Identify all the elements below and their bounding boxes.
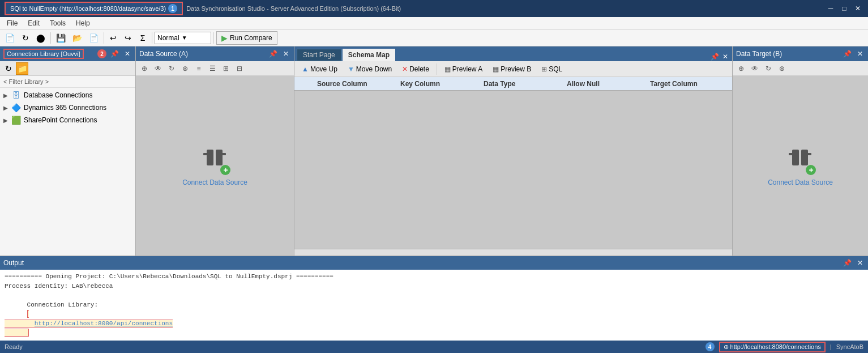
title-bar-left: SQl to NullEmpty (http://localhost:8080/… [5,2,401,15]
dt-refresh-btn[interactable]: ↻ [762,62,775,75]
conn-refresh-btn[interactable]: ↻ [2,62,15,75]
preview-b-button[interactable]: ▦ Preview B [489,63,535,75]
toolbar-saveas-btn[interactable]: 📄 [86,31,101,45]
toolbar-undo-btn[interactable]: ↩ [106,31,120,45]
dt-view-btn[interactable]: 👁 [749,62,761,75]
app-title: Data Synchronisation Studio - Server Adv… [186,5,401,12]
preview-b-icon: ▦ [493,65,499,73]
toolbar-sigma-btn[interactable]: Σ [136,31,149,45]
status-url-text: http://localhost:8080/connections [730,343,821,350]
data-source-body: + Connect Data Source [136,76,294,256]
tree-item-sharepoint[interactable]: ▶ 🟩 SharePoint Connections [0,114,135,126]
conn-close-btn[interactable]: ✕ [123,49,132,58]
menu-tools[interactable]: Tools [45,18,70,28]
tree-expand-crm: ▶ [3,105,10,111]
minimize-button[interactable]: ─ [825,3,836,14]
tree-item-dynamics[interactable]: ▶ 🔷 Dynamics 365 Connections [0,101,135,114]
move-up-button[interactable]: ▲ Move Up [298,63,341,75]
tree-expand-db: ▶ [3,92,10,99]
ds-close-btn[interactable]: ✕ [281,49,290,58]
preview-a-button[interactable]: ▦ Preview A [441,63,486,75]
status-url-icon: ⊕ [724,343,730,350]
conn-badge-2: 2 [97,49,106,58]
svg-rect-4 [792,150,799,165]
svg-rect-0 [207,150,213,165]
tab-start-page[interactable]: Start Page [297,49,341,61]
ds-view-btn[interactable]: 👁 [152,62,164,75]
schema-col-datatype: Data Type [480,80,563,88]
status-separator: | [830,343,832,350]
sql-button[interactable]: ⊞ SQL [537,63,566,75]
tree-item-database[interactable]: ▶ 🗄 Database Connections [0,89,135,101]
ds-pin-btn[interactable]: 📌 [267,49,279,58]
conn-header-controls: 2 📌 ✕ [97,49,132,58]
run-compare-button[interactable]: ▶ Run Compare [216,31,277,45]
output-conn-label: Connection Library: [27,301,102,308]
dt-pin-btn[interactable]: 📌 [841,49,853,58]
play-icon: ▶ [221,33,228,42]
connection-library-header: Connection Library [Ouvvi] 2 📌 ✕ [0,46,135,61]
output-body: ========== Opening Project: C:\Users\Reb… [0,270,868,341]
toolbar-record-btn[interactable]: ⬤ [33,31,48,45]
ds-sort-btn[interactable]: ≡ [193,62,205,75]
ds-header-controls: 📌 ✕ [267,49,290,58]
output-line-1: ========== Opening Project: C:\Users\Reb… [5,272,863,282]
connect-datasource-link[interactable]: Connect Data Source [182,178,247,186]
title-bar: SQl to NullEmpty (http://localhost:8080/… [0,0,868,17]
tree-expand-sp: ▶ [3,117,10,124]
toolbar-new-btn[interactable]: 📄 [2,31,18,45]
ds-add-btn[interactable]: ⊕ [138,62,151,75]
schema-pin-btn[interactable]: 📌 [709,52,721,61]
preview-b-label: Preview B [501,65,531,73]
move-down-button[interactable]: ▼ Move Down [344,63,396,75]
toolbar-save-btn[interactable]: 💾 [53,31,69,45]
status-ready: Ready [5,343,23,350]
schema-close-btn[interactable]: ✕ [721,52,730,61]
data-source-header: Data Source (A) 📌 ✕ [136,46,294,61]
schema-scrollbar-area[interactable] [294,249,732,256]
dt-filter-btn[interactable]: ⊛ [776,62,788,75]
svg-rect-6 [789,153,793,155]
output-conn-link[interactable]: http://localhost:8080/api/connections [35,320,173,327]
ds-table-btn[interactable]: ⊞ [220,62,232,75]
sharepoint-icon: 🟩 [10,116,22,125]
output-pin-btn[interactable]: 📌 [841,258,853,267]
data-source-title: Data Source (A) [139,50,188,58]
toolbar-refresh-btn[interactable]: ↻ [19,31,32,45]
conn-pin-btn[interactable]: 📌 [109,49,121,58]
filter-bar[interactable]: < Filter Library > [0,76,135,88]
conn-toolbar: ↻ 📁 [0,61,135,76]
schema-col-source: Source Column [314,80,397,88]
toolbar: 📄 ↻ ⬤ 💾 📂 📄 ↩ ↪ Σ Normal ▼ ▶ Run Compare [0,29,868,46]
dt-add-btn[interactable]: ⊕ [735,62,747,75]
delete-button[interactable]: ✕ Delete [398,63,433,75]
ds-list-btn[interactable]: ☰ [206,62,219,75]
tree-label-database: Database Connections [24,91,92,99]
menu-file[interactable]: File [2,18,22,28]
connect-target-link[interactable]: Connect Data Source [768,178,833,186]
ds-refresh-btn[interactable]: ↻ [165,62,178,75]
output-close-btn[interactable]: ✕ [856,258,865,267]
data-source-toolbar: ⊕ 👁 ↻ ⊛ ≡ ☰ ⊞ ⊟ [136,61,294,76]
svg-rect-1 [216,150,223,165]
toolbar-open-btn[interactable]: 📂 [70,31,85,45]
conn-folder-btn[interactable]: 📁 [16,62,28,75]
menu-edit[interactable]: Edit [23,18,44,28]
close-button[interactable]: ✕ [852,3,863,14]
toolbar-mode-dropdown[interactable]: Normal ▼ [155,32,211,44]
tab-schema-map[interactable]: Schema Map [343,49,395,61]
ds-grid-btn[interactable]: ⊟ [233,62,246,75]
menu-help[interactable]: Help [71,18,95,28]
maximize-button[interactable]: □ [839,3,850,14]
title-tab[interactable]: SQl to NullEmpty (http://localhost:8080/… [5,2,183,15]
dt-close-btn[interactable]: ✕ [856,49,865,58]
status-right: 4 ⊕ http://localhost:8080/connections | … [705,342,863,352]
output-line-3: Connection Library: http://localhost:808… [5,291,863,341]
toolbar-sep-3 [152,32,152,44]
ds-filter-btn[interactable]: ⊛ [179,62,191,75]
status-sync: SyncAtoB [836,343,863,350]
preview-a-icon: ▦ [444,65,451,73]
title-controls: ─ □ ✕ [825,3,863,14]
output-line-2: Process Identity: LAB\rebecca [5,282,863,291]
toolbar-redo-btn[interactable]: ↪ [121,31,135,45]
